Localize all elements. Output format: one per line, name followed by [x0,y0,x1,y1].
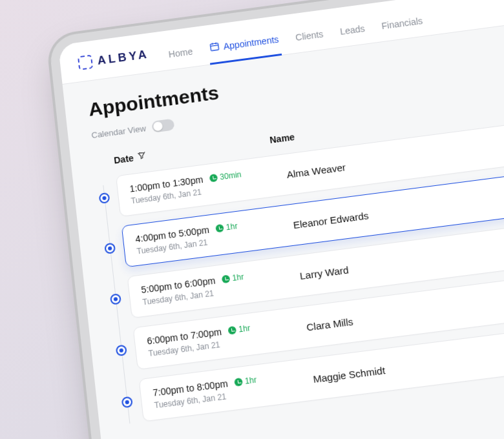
clock-icon [209,174,218,183]
tab-leads[interactable]: Leads [337,18,368,47]
filter-icon [137,150,147,163]
header-date-label: Date [113,152,134,165]
appointment-duration: 1hr [215,221,238,233]
timeline-bullet-icon [104,243,116,254]
duration-text: 1hr [244,375,257,386]
calendar-icon [209,41,220,54]
timeline-bullet-icon [116,345,127,356]
appointment-date-col: 6:00pm to 7:00pm 1hr Tuesday 6th, Jan 21 [147,316,308,358]
tablet-frame: ALBYA Home Appointments Clients [58,0,504,439]
header-name-label: Name [269,132,295,145]
appointment-name: Maggie Schmidt [312,341,504,384]
clock-icon [234,378,243,387]
tab-label: Appointments [223,34,279,52]
appointment-name: Clara Mills [306,289,504,332]
appointment-date-col: 4:00pm to 5:00pm 1hr Tuesday 6th, Jan 21 [135,214,295,256]
appointment-duration: 1hr [227,323,251,336]
logo-mark-icon [78,55,93,70]
appointment-name: Eleanor Edwards [293,187,504,230]
appointment-duration: 1hr [221,272,244,285]
timeline-bullet-icon [99,192,110,204]
tab-clients[interactable]: Clients [293,24,326,54]
appointment-duration: 30min [209,170,242,183]
duration-text: 1hr [238,323,251,334]
timeline-bullet-icon [121,396,133,409]
appointment-date-col: 5:00pm to 6:00pm 1hr Tuesday 6th, Jan 21 [141,265,302,307]
clock-icon [215,224,224,233]
calendar-view-label: Calendar View [91,123,147,140]
clock-icon [222,274,231,283]
brand-name: ALBYA [97,47,150,67]
calendar-view-toggle[interactable] [152,119,175,133]
svg-rect-0 [210,43,218,51]
tab-label: Clients [295,29,324,43]
clock-icon [227,326,236,335]
duration-text: 1hr [226,221,238,232]
appointment-name: Larry Ward [299,238,504,281]
timeline-bullet-icon [110,293,121,305]
appointment-date-col: 7:00pm to 8:00pm 1hr Tuesday 6th, Jan 21 [152,367,315,410]
duration-text: 1hr [232,272,244,283]
tab-label: Home [168,46,193,59]
duration-text: 30min [220,170,242,181]
appointment-date-col: 1:00pm to 1:30pm 30min Tuesday 6th, Jan … [129,163,288,205]
tab-label: Leads [339,23,365,37]
tab-home[interactable]: Home [166,41,196,70]
appointment-name: Alma Weaver [286,136,504,179]
app-screen: ALBYA Home Appointments Clients [58,0,504,439]
tab-label: Financials [381,15,423,31]
appointment-duration: 1hr [234,375,257,387]
